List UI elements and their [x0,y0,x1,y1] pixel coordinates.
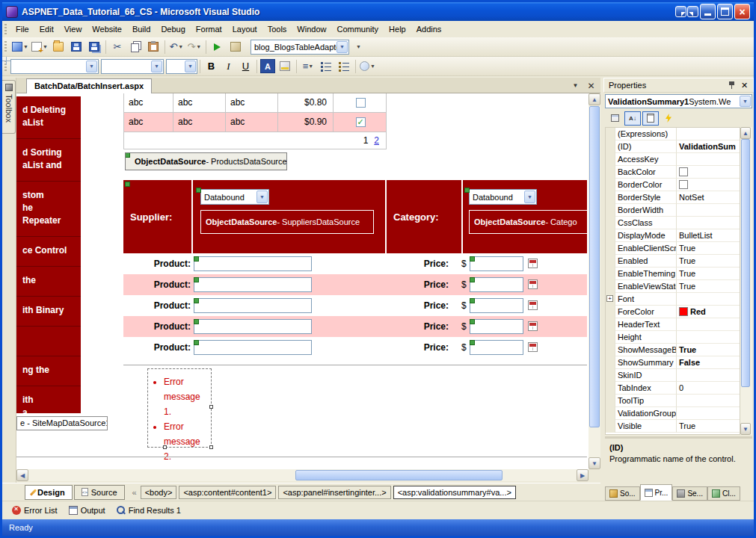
product-input[interactable] [194,256,312,271]
property-value[interactable] [677,318,740,331]
undo-button[interactable]: ↶▼ [168,39,185,55]
tab-design-view[interactable]: Design [25,485,73,500]
bullet-list-button[interactable] [318,58,334,75]
panel-tab-solution-explorer[interactable]: So... [605,486,640,501]
smart-tag-glyph[interactable] [470,256,475,262]
toolbar-grip[interactable] [4,41,7,52]
smart-tag-glyph[interactable] [470,340,475,345]
property-row[interactable]: VisibleTrue [606,420,740,433]
property-value[interactable]: False [677,356,740,369]
price-input[interactable] [470,340,523,355]
nav-item[interactable]: itha [16,386,81,413]
italic-button[interactable]: I [221,59,236,74]
title-extra-button-1[interactable] [675,6,686,17]
tag-navigator-item[interactable]: <asp:panel#insertinginter...> [278,486,390,499]
nav-item[interactable]: stomheRepeater [16,182,81,237]
menu-website[interactable]: Website [87,22,127,37]
smart-tag-glyph[interactable] [194,277,199,282]
property-row[interactable]: +Font [606,293,740,306]
menu-community[interactable]: Community [331,22,384,37]
tab-output[interactable]: Output [64,504,112,517]
nav-item[interactable] [16,327,81,356]
property-value[interactable] [677,166,740,179]
tag-navigator-item[interactable]: <asp:validationsummary#va...> [393,486,516,499]
menu-build[interactable]: Build [127,22,156,37]
row-checkbox[interactable]: ✓ [356,117,366,127]
events-button[interactable] [660,111,677,126]
price-input[interactable] [470,319,523,334]
tag-navigator-item[interactable]: <body> [141,486,177,499]
product-input[interactable] [194,340,312,355]
property-value[interactable]: 0 [677,382,740,395]
property-value[interactable] [677,204,740,217]
font-name-combobox[interactable]: ▼ [101,59,164,74]
chevron-down-icon[interactable]: ▼ [524,191,535,203]
property-value[interactable]: True [677,242,740,255]
property-value[interactable]: Red [677,306,740,318]
maximize-button[interactable] [717,4,733,19]
chevron-down-icon[interactable]: ▼ [185,61,196,72]
save-all-button[interactable] [86,39,102,55]
property-row[interactable]: ShowSummaryFalse [606,356,740,369]
nav-item[interactable]: d DeletingaList [16,96,81,139]
minimize-button[interactable] [700,4,716,19]
menu-help[interactable]: Help [384,22,411,37]
target-rule-combobox[interactable]: ▼ [10,59,99,74]
add-item-button[interactable]: ▼ [31,39,49,55]
property-value[interactable] [677,293,740,306]
properties-close-button[interactable]: ✕ [739,80,750,90]
properties-view-button[interactable] [642,111,659,126]
validation-summary-control[interactable]: Error message 1.Error message 2. [147,368,212,448]
property-value[interactable] [677,369,740,382]
property-value[interactable] [677,153,740,166]
numbered-list-button[interactable] [336,58,352,75]
scroll-right-button[interactable]: ▶ [577,469,588,481]
pager-page-2-link[interactable]: 2 [374,135,379,146]
vertical-scroll-thumb[interactable] [741,139,750,387]
expand-plus-icon[interactable]: + [606,295,613,302]
menu-grip[interactable] [4,24,7,35]
property-value[interactable] [677,331,740,344]
property-row[interactable]: Height [606,331,740,344]
property-row[interactable]: EnableThemingTrue [606,268,740,280]
resize-handle-right[interactable] [209,405,213,409]
chevron-down-icon[interactable]: ▼ [151,61,162,72]
property-row[interactable]: ShowMessageBoTrue [606,344,740,356]
menu-view[interactable]: View [59,22,87,37]
property-value[interactable]: BulletList [677,229,740,242]
chevron-down-icon[interactable]: ▼ [740,96,751,107]
property-row[interactable]: (ID)ValidationSum [606,140,740,153]
property-row[interactable]: EnableClientScriTrue [606,242,740,255]
copy-button[interactable] [127,39,144,55]
panel-tab-server-explorer[interactable]: Se... [672,486,707,501]
insert-interface-table[interactable]: Supplier: Databound ▼ ObjectDataSource -… [123,180,587,253]
font-color-button[interactable]: A [260,59,275,73]
categorized-button[interactable] [606,111,623,126]
new-website-button[interactable]: ▼ [11,39,29,55]
resize-handle-bottom-right[interactable] [209,445,213,449]
paste-button[interactable] [145,39,162,55]
property-value[interactable] [677,179,740,191]
horizontal-scroll-thumb[interactable] [295,470,503,480]
nav-item[interactable]: d SortingaList and [16,139,81,182]
design-vertical-scrollbar[interactable]: ▲ ▼ [588,93,600,469]
cut-button[interactable]: ✂ [109,39,126,55]
tab-source-view[interactable]: Source [74,485,125,500]
smart-tag-glyph[interactable] [470,277,475,282]
menu-edit[interactable]: Edit [34,22,59,37]
property-row[interactable]: BorderColor [606,179,740,191]
menu-debug[interactable]: Debug [156,22,190,37]
categories-objectdatasource[interactable]: ObjectDataSource - Catego [469,210,587,234]
property-value[interactable]: ValidationSum [677,140,740,153]
property-value[interactable] [677,128,740,140]
nav-item[interactable]: the [16,267,81,297]
tag-navigator-chevron-icon[interactable]: « [132,488,137,497]
property-value[interactable]: True [677,255,740,268]
smart-tag-glyph[interactable] [194,256,199,262]
toolbox-tab[interactable]: Toolbox [2,80,16,134]
price-input[interactable] [470,256,523,271]
property-row[interactable]: SkinID [606,369,740,382]
title-bar[interactable]: ASPNET_Data_Tutorial_66_CS - Microsoft V… [2,2,754,21]
chevron-down-icon[interactable]: ▼ [336,41,348,53]
smart-tag-glyph[interactable] [470,298,475,303]
